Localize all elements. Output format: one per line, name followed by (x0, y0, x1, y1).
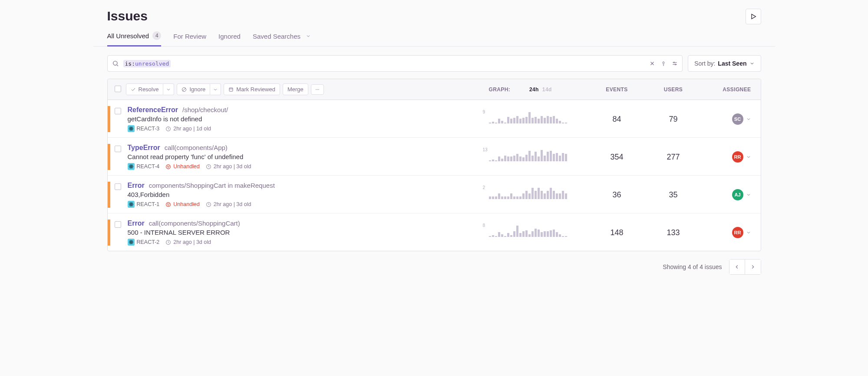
issue-title-link[interactable]: Error (128, 220, 145, 227)
tab-label: All Unresolved (107, 32, 149, 40)
sparkline: 2 (489, 186, 576, 203)
select-all-checkbox[interactable] (115, 86, 121, 92)
tab-label: Saved Searches (253, 33, 300, 40)
issue-title-link[interactable]: TypeError (128, 144, 160, 152)
graph-range-14d[interactable]: 14d (542, 87, 552, 93)
events-count[interactable]: 84 (589, 115, 645, 124)
tab-saved-searches[interactable]: Saved Searches (253, 31, 311, 46)
issue-timestamp: 2hr ago | 3d old (165, 239, 211, 245)
react-icon (128, 125, 135, 132)
issue-row: Error call(components/ShoppingCart) 500 … (108, 213, 761, 251)
project-chip[interactable]: REACT-2 (128, 239, 160, 246)
column-events: EVENTS (589, 87, 645, 93)
issue-location: call(components/App) (165, 144, 228, 151)
react-icon (128, 239, 135, 246)
svg-point-16 (318, 89, 319, 90)
filter-settings-button[interactable] (672, 60, 678, 67)
project-chip[interactable]: REACT-1 (128, 201, 160, 208)
select-issue-checkbox[interactable] (115, 146, 121, 152)
project-id: REACT-1 (137, 201, 160, 207)
issue-message: 403,Forbidden (128, 190, 489, 201)
merge-button[interactable]: Merge (283, 83, 308, 95)
tab-bar: All Unresolved 4 For Review Ignored Save… (93, 24, 775, 47)
pagination-summary: Showing 4 of 4 issues (663, 263, 722, 270)
graph-range-24h[interactable]: 24h (529, 87, 539, 93)
unhandled-badge: Unhandled (165, 163, 199, 170)
tab-for-review[interactable]: For Review (173, 31, 206, 46)
assignee-dropdown[interactable] (746, 116, 751, 122)
project-chip[interactable]: REACT-4 (128, 163, 160, 170)
resolve-dropdown[interactable] (163, 83, 174, 95)
severity-stripe (108, 182, 110, 208)
pin-search-button[interactable] (660, 60, 667, 67)
chevron-down-icon (306, 33, 311, 39)
assignee-avatar[interactable]: RR (732, 227, 743, 238)
issue-message: Cannot read property 'func' of undefined (128, 152, 489, 163)
ignore-button[interactable]: Ignore (177, 83, 210, 95)
svg-point-28 (169, 166, 169, 166)
assignee-dropdown[interactable] (746, 154, 751, 160)
ignore-dropdown[interactable] (210, 83, 221, 95)
select-issue-checkbox[interactable] (115, 108, 121, 114)
select-issue-checkbox[interactable] (115, 183, 121, 190)
issue-title-link[interactable]: Error (128, 182, 145, 190)
events-count[interactable]: 354 (589, 153, 645, 162)
users-count[interactable]: 133 (645, 228, 702, 237)
mark-reviewed-button[interactable]: Mark Reviewed (224, 83, 280, 95)
react-icon (128, 201, 135, 208)
assignee-avatar[interactable]: RR (732, 151, 743, 163)
clear-search-button[interactable] (649, 60, 655, 67)
issue-message: 500 - INTERNAL SERVER ERROR (128, 227, 489, 239)
project-id: REACT-3 (137, 126, 160, 132)
issue-location: call(components/ShoppingCart) (149, 220, 240, 227)
svg-point-20 (131, 128, 132, 129)
tab-count-badge: 4 (152, 31, 161, 40)
tab-all-unresolved[interactable]: All Unresolved 4 (107, 31, 162, 47)
svg-point-35 (168, 203, 168, 204)
tab-ignored[interactable]: Ignored (218, 31, 241, 46)
svg-point-9 (675, 64, 676, 65)
column-users: USERS (645, 87, 702, 93)
sparkline: 9 (489, 110, 576, 128)
issue-location: /shop/checkout/ (182, 106, 228, 113)
more-actions-button[interactable] (311, 84, 324, 95)
events-count[interactable]: 36 (589, 190, 645, 200)
svg-point-1 (113, 61, 117, 65)
svg-point-36 (169, 203, 169, 204)
svg-point-14 (316, 89, 317, 90)
severity-stripe (108, 144, 110, 170)
column-graph: GRAPH: (489, 87, 511, 93)
assignee-avatar[interactable]: AJ (732, 189, 743, 200)
react-icon (128, 163, 135, 170)
users-count[interactable]: 277 (645, 153, 702, 162)
issue-row: ReferenceError /shop/checkout/ getCardIn… (108, 100, 761, 138)
events-count[interactable]: 148 (589, 228, 645, 237)
sparkline: 13 (489, 148, 576, 166)
search-input[interactable]: is:unresolved (107, 55, 683, 72)
project-id: REACT-4 (137, 163, 160, 170)
severity-stripe (108, 220, 110, 246)
svg-point-27 (168, 166, 168, 166)
project-chip[interactable]: REACT-3 (128, 125, 160, 132)
svg-line-2 (117, 65, 118, 66)
play-icon (750, 13, 757, 20)
pager (729, 259, 761, 275)
page-title: Issues (107, 9, 148, 23)
select-issue-checkbox[interactable] (115, 221, 121, 228)
issue-timestamp: 2hr ago | 3d old (206, 163, 251, 170)
assignee-dropdown[interactable] (746, 192, 751, 197)
search-icon (112, 60, 119, 67)
resolve-button[interactable]: Resolve (126, 83, 164, 95)
sort-dropdown[interactable]: Sort by: Last Seen (688, 55, 761, 72)
svg-marker-0 (752, 14, 756, 19)
assignee-dropdown[interactable] (746, 230, 751, 235)
next-page-button[interactable] (745, 260, 761, 274)
users-count[interactable]: 35 (645, 190, 702, 200)
prev-page-button[interactable] (729, 260, 745, 274)
issue-title-link[interactable]: ReferenceError (128, 106, 178, 114)
assignee-avatar[interactable]: SC (732, 113, 743, 125)
users-count[interactable]: 79 (645, 115, 702, 124)
issue-location: components/ShoppingCart in makeRequest (149, 182, 275, 189)
svg-line-11 (183, 88, 186, 91)
play-button[interactable] (746, 9, 761, 24)
